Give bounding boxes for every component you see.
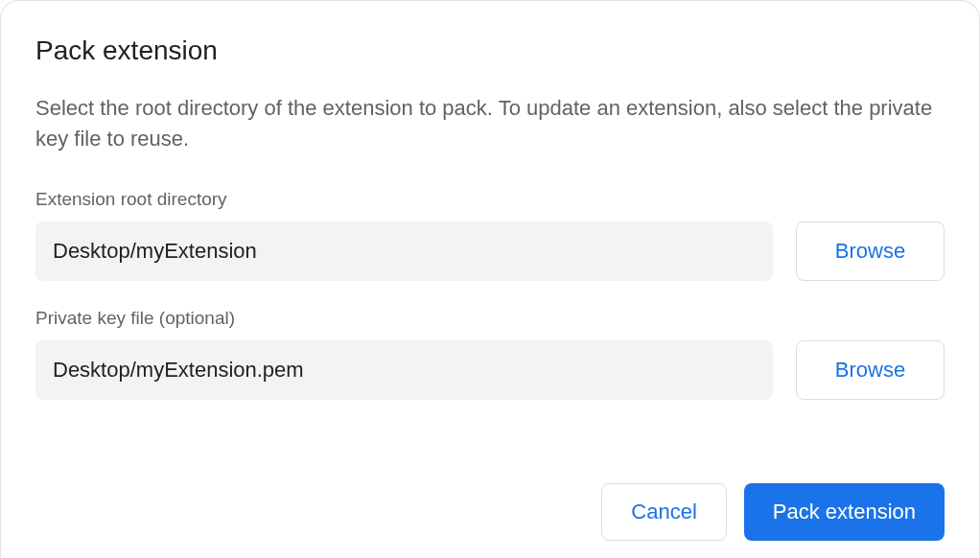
private-key-label: Private key file (optional) — [35, 308, 945, 329]
browse-key-button[interactable]: Browse — [796, 340, 945, 400]
dialog-title: Pack extension — [35, 35, 945, 66]
cancel-button[interactable]: Cancel — [601, 483, 726, 541]
pack-extension-dialog: Pack extension Select the root directory… — [0, 0, 980, 558]
dialog-description: Select the root directory of the extensi… — [35, 93, 945, 154]
root-directory-label: Extension root directory — [35, 189, 945, 210]
root-directory-input[interactable] — [35, 221, 773, 281]
private-key-input[interactable] — [35, 340, 773, 400]
pack-extension-button[interactable]: Pack extension — [744, 483, 945, 541]
dialog-footer: Cancel Pack extension — [35, 483, 945, 558]
private-key-row: Browse — [35, 340, 945, 400]
root-directory-row: Browse — [35, 221, 945, 281]
browse-root-button[interactable]: Browse — [796, 221, 945, 281]
